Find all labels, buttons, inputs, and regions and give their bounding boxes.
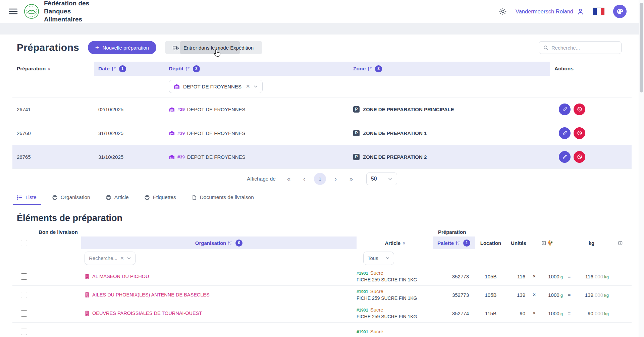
expedition-mode-button[interactable]: Entrer dans le mode Expédition — [165, 41, 262, 54]
organisation-link[interactable]: AL MASEON DU PICHOU — [81, 274, 357, 279]
elements-table-header: Organisation 0 Article ↑↓ Palette 1 Loca… — [12, 237, 632, 249]
tab-article[interactable]: Article — [106, 194, 129, 205]
search-input[interactable] — [551, 45, 617, 51]
unites-value: 139 — [506, 292, 531, 298]
row-actions — [550, 151, 632, 163]
row-checkbox[interactable] — [21, 273, 27, 280]
kg-cell: 90.000kg — [574, 311, 609, 316]
organisation-link[interactable]: AILES DU PHOENIX(LES) ANTENNE DE BASECLE… — [81, 292, 357, 297]
column-unites[interactable]: Unités — [506, 237, 531, 249]
organisation-link[interactable]: OEUVRES PAROISSIALES DE TOURNAI-OUEST — [81, 311, 357, 316]
column-zone[interactable]: Zone 3 — [349, 62, 550, 76]
current-page[interactable]: 1 — [314, 173, 326, 185]
topbar: Fédération des Banques Alimentaires Vand… — [0, 0, 644, 23]
column-date[interactable]: Date 1 — [94, 62, 164, 76]
preparation-row[interactable]: 26741 02/10/2025 #39 DEPOT DE FROYENNES … — [12, 97, 632, 121]
page-size-value: 50 — [371, 176, 377, 182]
sort-updown-icon: ↑↓ — [402, 241, 405, 245]
kg-value: 139 — [585, 292, 593, 298]
depot-name: DEPOT DE FROYENNES — [187, 130, 246, 136]
chevron-down-icon[interactable] — [127, 256, 131, 260]
page-size-select[interactable]: 50 — [366, 173, 397, 185]
printer-icon — [52, 195, 58, 200]
preparation-date: 31/10/2025 — [94, 154, 164, 160]
equals-icon: = — [564, 292, 574, 298]
element-row[interactable]: AILES DU PHOENIX(LES) ANTENNE DE BASECLE… — [12, 286, 632, 304]
plus-icon: + — [95, 44, 99, 51]
organisation-filter-dropdown[interactable]: Recherche... ✕ — [85, 252, 136, 265]
tab-liste[interactable]: Liste — [17, 194, 37, 205]
kg-decimals: .000 — [593, 274, 603, 279]
edit-button[interactable] — [559, 151, 571, 163]
clear-filter-icon[interactable]: ✕ — [120, 256, 124, 261]
row-checkbox[interactable] — [21, 292, 27, 298]
column-article[interactable]: Article ↑↓ — [357, 237, 433, 249]
chevron-down-icon[interactable] — [253, 84, 258, 89]
equals-icon: = — [564, 311, 574, 316]
document-icon — [192, 195, 197, 200]
page-head: Préparations + Nouvelle préparation Entr… — [12, 35, 632, 62]
clear-filter-icon[interactable]: ✕ — [246, 83, 250, 89]
row-checkbox[interactable] — [21, 310, 27, 317]
article-filter-select[interactable]: Tous — [363, 252, 394, 265]
building-icon — [85, 311, 90, 316]
theme-toggle-button[interactable] — [499, 7, 507, 15]
element-row[interactable]: AL MASEON DU PICHOU #1901Sucre FICHE 259… — [12, 267, 632, 286]
tab-etiquettes[interactable]: Étiquettes — [144, 194, 176, 205]
new-preparation-button[interactable]: + Nouvelle préparation — [88, 41, 156, 54]
language-flag-button[interactable] — [593, 8, 604, 15]
preparations-table-header: Préparation ↑↓ Date 1 Dépôt 2 Zone — [12, 62, 632, 76]
expand-column-icon[interactable] — [618, 241, 623, 245]
column-kg[interactable]: kg — [574, 237, 609, 249]
row-checkbox[interactable] — [21, 329, 27, 335]
equals-icon: = — [564, 274, 574, 279]
expand-column-icon[interactable] — [542, 241, 546, 245]
preparations-filter-row: DEPOT DE FROYENNES ✕ — [12, 76, 632, 97]
cancel-button[interactable] — [574, 104, 585, 115]
scrollbar[interactable] — [639, 0, 644, 337]
topbar-right: Vandermeersch Roland — [499, 5, 627, 18]
column-preparation[interactable]: Préparation ↑↓ — [12, 62, 94, 76]
first-page-button[interactable]: « — [283, 176, 294, 183]
tab-organisation[interactable]: Organisation — [52, 194, 90, 205]
column-depot[interactable]: Dépôt 2 — [164, 62, 349, 76]
depot-filter-dropdown[interactable]: DEPOT DE FROYENNES ✕ — [169, 80, 263, 93]
multiply-icon: × — [533, 273, 536, 279]
warehouse-icon — [173, 83, 180, 90]
menu-button[interactable] — [9, 8, 18, 15]
preparation-id: 26741 — [12, 107, 94, 112]
element-row[interactable]: #1901Sucre — [12, 323, 632, 337]
article-name: Sucre — [370, 307, 383, 313]
kg-cell: 116.000kg — [574, 274, 609, 279]
edit-button[interactable] — [559, 104, 571, 115]
theme-palette-button[interactable] — [613, 5, 627, 18]
column-palette[interactable]: Palette 1 — [433, 237, 475, 249]
column-location[interactable]: Location — [475, 237, 506, 249]
sort-asc-icon — [455, 241, 460, 246]
elements-filter-row: Recherche... ✕ Tous — [12, 249, 632, 267]
previous-page-button[interactable]: ‹ — [299, 176, 309, 183]
sort-order-badge: 1 — [119, 65, 126, 72]
warehouse-icon — [169, 154, 175, 160]
organisation-name: AL MASEON DU PICHOU — [92, 274, 149, 279]
user-menu[interactable]: Vandermeersch Roland — [516, 8, 584, 15]
scrollbar-thumb[interactable] — [640, 3, 643, 92]
kg-unit: kg — [604, 293, 609, 298]
depot-filter-value: DEPOT DE FROYENNES — [183, 84, 241, 89]
new-preparation-label: Nouvelle préparation — [103, 45, 149, 51]
preparation-row[interactable]: 26760 31/10/2025 #39 DEPOT DE FROYENNES … — [12, 121, 632, 145]
cancel-button[interactable] — [574, 127, 585, 139]
preparation-zone: P ZONE DE PREPARATION 2 — [349, 154, 550, 160]
preparation-date: 31/10/2025 — [94, 130, 164, 136]
cancel-button[interactable] — [574, 151, 585, 163]
tab-documents-livraison[interactable]: Documents de livraison — [192, 194, 254, 205]
chevron-down-icon — [388, 177, 392, 181]
next-page-button[interactable]: › — [331, 176, 341, 183]
column-unit-weight: 🐓 — [531, 237, 564, 249]
column-organisation[interactable]: Organisation 0 — [81, 237, 357, 249]
preparation-row-selected[interactable]: 26765 31/10/2025 #39 DEPOT DE FROYENNES … — [12, 145, 632, 169]
last-page-button[interactable]: » — [345, 176, 357, 183]
element-row[interactable]: OEUVRES PAROISSIALES DE TOURNAI-OUEST #1… — [12, 304, 632, 323]
select-all-checkbox[interactable] — [21, 240, 27, 246]
edit-button[interactable] — [559, 127, 571, 139]
